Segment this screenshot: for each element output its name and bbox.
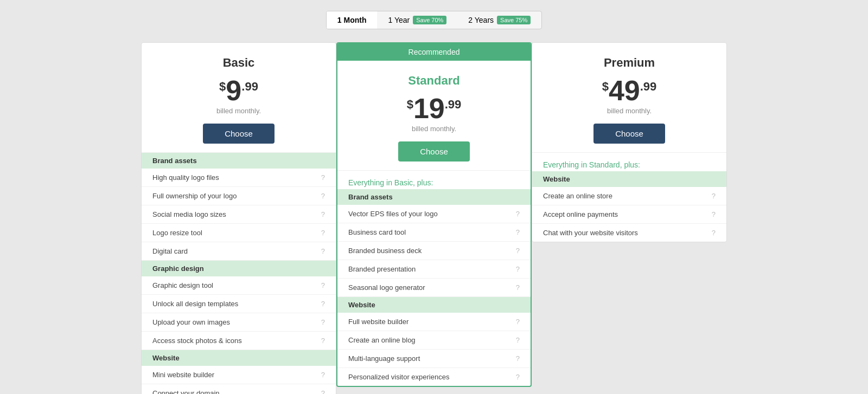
plan-basic-section-website: Website: [142, 350, 336, 366]
plan-standard-name: Standard: [348, 74, 520, 88]
info-icon[interactable]: ?: [321, 229, 325, 237]
plan-basic-dollar: $: [219, 80, 226, 94]
list-item: Social media logo sizes ?: [142, 205, 336, 224]
plans-container: Basic $ 9 .99 billed monthly. Choose Bra…: [141, 42, 727, 394]
plan-standard-section-brand: Brand assets: [337, 189, 531, 205]
info-icon[interactable]: ?: [516, 210, 520, 218]
plan-standard: Recommended Standard $ 19 .99 billed mon…: [336, 42, 532, 387]
plan-standard-features: Brand assets Vector EPS files of your lo…: [337, 189, 531, 386]
plan-basic: Basic $ 9 .99 billed monthly. Choose Bra…: [141, 42, 336, 394]
info-icon[interactable]: ?: [321, 371, 325, 379]
info-icon[interactable]: ?: [321, 192, 325, 200]
info-icon[interactable]: ?: [516, 373, 520, 381]
info-icon[interactable]: ?: [712, 192, 716, 200]
plan-premium-header: Premium $ 49 .99 billed monthly. Choose: [532, 43, 726, 153]
plan-basic-features: Brand assets High quality logo files ? F…: [142, 153, 336, 394]
plan-standard-upsell: Everything in Basic, plus:: [337, 171, 531, 189]
billing-2years[interactable]: 2 Years Save 75%: [457, 11, 541, 29]
plan-premium-section-website: Website: [532, 171, 726, 187]
info-icon[interactable]: ?: [516, 318, 520, 326]
list-item: Multi-language support ?: [337, 350, 531, 368]
plan-basic-integer: 9: [226, 76, 241, 105]
plan-basic-section-graphic: Graphic design: [142, 261, 336, 276]
plan-standard-billed: billed monthly.: [348, 125, 520, 133]
plan-basic-header: Basic $ 9 .99 billed monthly. Choose: [142, 43, 336, 153]
plan-standard-decimal: .99: [445, 98, 462, 112]
plan-premium-choose[interactable]: Choose: [593, 124, 665, 144]
info-icon[interactable]: ?: [321, 300, 325, 308]
billing-2years-label: 2 Years: [468, 16, 494, 24]
list-item: Full website builder ?: [337, 313, 531, 331]
plan-standard-dollar: $: [407, 98, 413, 112]
list-item: Mini website builder ?: [142, 366, 336, 384]
plan-basic-section-brand: Brand assets: [142, 153, 336, 169]
list-item: Vector EPS files of your logo ?: [337, 205, 531, 223]
list-item: Unlock all design templates ?: [142, 295, 336, 313]
plan-basic-name: Basic: [152, 56, 325, 70]
list-item: Logo resize tool ?: [142, 224, 336, 242]
list-item: High quality logo files ?: [142, 169, 336, 187]
list-item: Branded presentation ?: [337, 260, 531, 279]
list-item: Upload your own images ?: [142, 313, 336, 332]
billing-1year-label: 1 Year: [388, 16, 410, 24]
list-item: Create an online store ?: [532, 187, 726, 205]
plan-standard-section-website: Website: [337, 297, 531, 313]
info-icon[interactable]: ?: [321, 247, 325, 255]
plan-premium-features: Website Create an online store ? Accept …: [532, 171, 726, 242]
info-icon[interactable]: ?: [516, 247, 520, 255]
plan-premium-dollar: $: [602, 80, 609, 94]
list-item: Create an online blog ?: [337, 331, 531, 350]
info-icon[interactable]: ?: [516, 265, 520, 273]
list-item: Access stock photos & icons ?: [142, 332, 336, 350]
info-icon[interactable]: ?: [712, 210, 716, 218]
list-item: Connect your domain ?: [142, 384, 336, 394]
billing-toggle[interactable]: 1 Month 1 Year Save 70% 2 Years Save 75%: [326, 11, 542, 29]
info-icon[interactable]: ?: [321, 318, 325, 326]
info-icon[interactable]: ?: [321, 173, 325, 182]
plan-basic-choose[interactable]: Choose: [203, 124, 275, 144]
plan-premium-integer: 49: [609, 76, 640, 105]
recommended-banner: Recommended: [337, 43, 531, 61]
plan-standard-price: $ 19 .99: [348, 94, 520, 122]
billing-1month[interactable]: 1 Month: [327, 11, 378, 29]
info-icon[interactable]: ?: [516, 336, 520, 344]
list-item: Graphic design tool ?: [142, 276, 336, 295]
plan-premium-name: Premium: [543, 56, 716, 70]
billing-1year-badge: Save 70%: [413, 16, 446, 24]
info-icon[interactable]: ?: [321, 337, 325, 345]
plan-premium-price: $ 49 .99: [543, 76, 716, 105]
info-icon[interactable]: ?: [516, 354, 520, 363]
list-item: Branded business deck ?: [337, 242, 531, 260]
list-item: Full ownership of your logo ?: [142, 187, 336, 205]
list-item: Seasonal logo generator ?: [337, 279, 531, 297]
plan-premium-billed: billed monthly.: [543, 107, 716, 115]
plan-standard-integer: 19: [413, 94, 445, 122]
info-icon[interactable]: ?: [321, 281, 325, 289]
info-icon[interactable]: ?: [516, 228, 520, 236]
info-icon[interactable]: ?: [516, 283, 520, 292]
plan-premium-upsell: Everything in Standard, plus:: [532, 153, 726, 171]
list-item: Digital card ?: [142, 242, 336, 261]
info-icon[interactable]: ?: [321, 389, 325, 394]
info-icon[interactable]: ?: [321, 210, 325, 218]
plan-premium: Premium $ 49 .99 billed monthly. Choose …: [532, 42, 727, 242]
plan-standard-choose[interactable]: Choose: [398, 141, 470, 162]
info-icon[interactable]: ?: [712, 229, 716, 237]
list-item: Business card tool ?: [337, 223, 531, 242]
plan-basic-decimal: .99: [241, 80, 258, 94]
billing-1year[interactable]: 1 Year Save 70%: [377, 11, 457, 29]
list-item: Accept online payments ?: [532, 205, 726, 224]
plan-basic-billed: billed monthly.: [152, 107, 325, 115]
list-item: Personalized visitor experiences ?: [337, 368, 531, 386]
list-item: Chat with your website visitors ?: [532, 224, 726, 242]
plan-standard-header: Standard $ 19 .99 billed monthly. Choose: [337, 61, 531, 171]
plan-premium-decimal: .99: [640, 80, 657, 94]
plan-basic-price: $ 9 .99: [152, 76, 325, 105]
billing-2years-badge: Save 75%: [497, 16, 531, 24]
